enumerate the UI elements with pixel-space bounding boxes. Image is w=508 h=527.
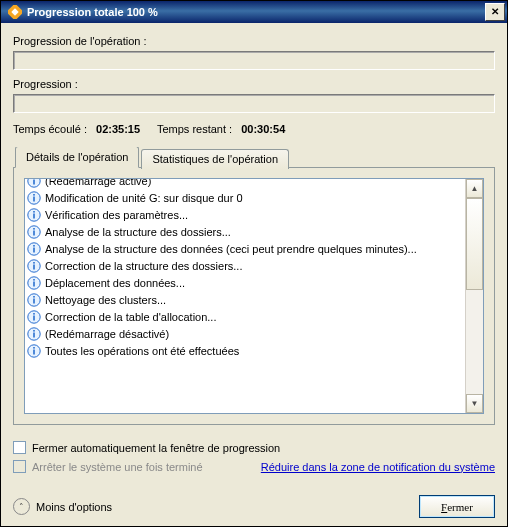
scroll-track[interactable] — [466, 198, 483, 394]
tab-statistics[interactable]: Statistiques de l'opération — [141, 149, 289, 169]
svg-rect-25 — [33, 298, 35, 303]
info-icon — [27, 208, 41, 222]
info-icon — [27, 225, 41, 239]
info-icon — [27, 344, 41, 358]
scroll-thumb[interactable] — [466, 198, 483, 290]
operation-progress-bar — [13, 51, 495, 70]
window-title: Progression totale 100 % — [27, 6, 485, 18]
svg-rect-21 — [33, 279, 35, 281]
svg-rect-22 — [33, 281, 35, 286]
list-item-label: Toutes les opérations ont été effectuées — [45, 345, 239, 357]
list-item[interactable]: Correction de la structure des dossiers.… — [27, 257, 463, 274]
svg-rect-24 — [33, 296, 35, 298]
time-row: Temps écoulé : 02:35:15 Temps restant : … — [13, 123, 495, 135]
list-item-label: Vérification des paramètres... — [45, 209, 188, 221]
overall-progress-bar — [13, 94, 495, 113]
auto-close-checkbox[interactable] — [13, 441, 26, 454]
info-icon — [27, 327, 41, 341]
svg-rect-12 — [33, 228, 35, 230]
svg-rect-10 — [33, 213, 35, 218]
svg-rect-7 — [33, 196, 35, 201]
auto-close-label: Fermer automatiquement la fenêtre de pro… — [32, 442, 280, 454]
list-item[interactable]: Toutes les opérations ont été effectuées — [27, 342, 463, 359]
tabs: Détails de l'opération Statistiques de l… — [13, 147, 495, 425]
elapsed-value: 02:35:15 — [96, 123, 140, 135]
svg-rect-28 — [33, 315, 35, 320]
app-icon — [7, 4, 23, 20]
info-icon — [27, 310, 41, 324]
info-icon — [27, 259, 41, 273]
list-item-label: (Redémarrage activé) — [45, 179, 151, 187]
details-listbox[interactable]: (Redémarrage activé)Modification de unit… — [24, 178, 484, 414]
svg-rect-9 — [33, 211, 35, 213]
close-icon[interactable]: ✕ — [485, 3, 505, 21]
elapsed-label: Temps écoulé : — [13, 123, 87, 135]
operation-progress-label: Progression de l'opération : — [13, 35, 495, 47]
less-options-toggle[interactable]: ˄ Moins d'options — [13, 498, 112, 515]
auto-close-row[interactable]: Fermer automatiquement la fenêtre de pro… — [13, 441, 495, 454]
list-item-label: Correction de la table d'allocation... — [45, 311, 216, 323]
svg-rect-16 — [33, 247, 35, 252]
shutdown-checkbox — [13, 460, 26, 473]
svg-rect-15 — [33, 245, 35, 247]
close-button-rest: ermer — [447, 501, 473, 513]
list-item[interactable]: (Redémarrage activé) — [27, 179, 463, 189]
svg-rect-18 — [33, 262, 35, 264]
list-item-label: Analyse de la structure des données (cec… — [45, 243, 417, 255]
shutdown-row: Arrêter le système une fois terminé Rédu… — [13, 460, 495, 473]
scroll-down-button[interactable]: ▼ — [466, 394, 483, 413]
list-item[interactable]: Analyse de la structure des données (cec… — [27, 240, 463, 257]
scrollbar[interactable]: ▲ ▼ — [465, 179, 483, 413]
list-item-label: Correction de la structure des dossiers.… — [45, 260, 242, 272]
tab-strip: Détails de l'opération Statistiques de l… — [15, 147, 495, 167]
list-item[interactable]: Modification de unité G: sur disque dur … — [27, 189, 463, 206]
list-item[interactable]: Correction de la table d'allocation... — [27, 308, 463, 325]
svg-rect-30 — [33, 330, 35, 332]
shutdown-label: Arrêter le système une fois terminé — [32, 461, 203, 473]
svg-rect-33 — [33, 347, 35, 349]
list-item-label: Nettoyage des clusters... — [45, 294, 166, 306]
less-options-label: Moins d'options — [36, 501, 112, 513]
info-icon — [27, 242, 41, 256]
minimize-to-tray-link[interactable]: Réduire dans la zone de notification du … — [261, 461, 495, 473]
tab-stats-label: Statistiques de l'opération — [152, 153, 278, 165]
info-icon — [27, 276, 41, 290]
list-item[interactable]: Analyse de la structure des dossiers... — [27, 223, 463, 240]
svg-rect-13 — [33, 230, 35, 235]
info-icon — [27, 293, 41, 307]
svg-rect-31 — [33, 332, 35, 337]
list-item-label: Modification de unité G: sur disque dur … — [45, 192, 243, 204]
footer: ˄ Moins d'options Fermer — [13, 495, 495, 518]
tab-details[interactable]: Détails de l'opération — [15, 147, 139, 168]
info-icon — [27, 179, 41, 188]
svg-rect-4 — [33, 179, 35, 184]
scroll-up-button[interactable]: ▲ — [466, 179, 483, 198]
list-item[interactable]: Vérification des paramètres... — [27, 206, 463, 223]
info-icon — [27, 191, 41, 205]
list-item-label: Analyse de la structure des dossiers... — [45, 226, 231, 238]
list-item[interactable]: Nettoyage des clusters... — [27, 291, 463, 308]
remaining-label: Temps restant : — [157, 123, 232, 135]
list-item-label: Déplacement des données... — [45, 277, 185, 289]
svg-rect-27 — [33, 313, 35, 315]
list-item[interactable]: Déplacement des données... — [27, 274, 463, 291]
svg-rect-34 — [33, 349, 35, 354]
list-item-label: (Redémarrage désactivé) — [45, 328, 169, 340]
close-button[interactable]: Fermer — [419, 495, 495, 518]
progress-dialog: Progression totale 100 % ✕ Progression d… — [0, 0, 508, 527]
list-item[interactable]: (Redémarrage désactivé) — [27, 325, 463, 342]
bottom-options: Fermer automatiquement la fenêtre de pro… — [13, 435, 495, 479]
content-area: Progression de l'opération : Progression… — [1, 23, 507, 526]
tab-panel-details: (Redémarrage activé)Modification de unit… — [13, 167, 495, 425]
titlebar[interactable]: Progression totale 100 % ✕ — [1, 1, 507, 23]
svg-rect-6 — [33, 194, 35, 196]
remaining-value: 00:30:54 — [241, 123, 285, 135]
tab-details-label: Détails de l'opération — [26, 151, 128, 163]
overall-progress-label: Progression : — [13, 78, 495, 90]
svg-rect-19 — [33, 264, 35, 269]
chevron-up-icon: ˄ — [13, 498, 30, 515]
